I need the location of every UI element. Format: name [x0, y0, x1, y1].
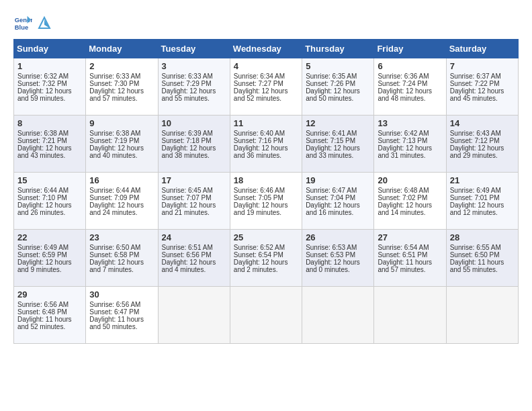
day-info: Daylight: 12 hours [306, 259, 370, 266]
day-info: Sunrise: 6:50 AM [89, 244, 154, 251]
calendar-cell: 30Sunrise: 6:56 AMSunset: 6:47 PMDayligh… [86, 287, 158, 344]
calendar-cell: 1Sunrise: 6:32 AMSunset: 7:32 PMDaylight… [14, 58, 86, 116]
col-thursday: Thursday [302, 40, 374, 58]
logo-arrow-icon [38, 16, 51, 30]
day-info: Sunset: 7:29 PM [162, 80, 226, 87]
day-info: Sunset: 6:51 PM [378, 251, 442, 259]
day-info: and 33 minutes. [306, 152, 370, 159]
day-info: Daylight: 12 hours [306, 87, 370, 95]
day-info: Daylight: 12 hours [450, 87, 515, 95]
day-info: Sunrise: 6:49 AM [17, 244, 82, 251]
day-info: and 52 minutes. [17, 323, 82, 330]
day-info: Sunrise: 6:39 AM [162, 130, 226, 137]
calendar-week-2: 8Sunrise: 6:38 AMSunset: 7:21 PMDaylight… [14, 116, 519, 173]
day-info: and 9 minutes. [17, 266, 82, 273]
day-info: and 7 minutes. [89, 266, 154, 273]
day-info: Daylight: 12 hours [450, 201, 515, 209]
day-info: Daylight: 12 hours [162, 87, 226, 95]
day-info: Sunset: 6:50 PM [450, 251, 515, 259]
day-info: Sunset: 7:21 PM [17, 137, 82, 144]
day-number: 26 [306, 232, 370, 242]
calendar-cell [302, 287, 374, 344]
calendar-cell: 19Sunrise: 6:47 AMSunset: 7:04 PMDayligh… [302, 173, 374, 230]
day-info: Sunset: 6:53 PM [306, 251, 370, 259]
calendar-cell: 29Sunrise: 6:56 AMSunset: 6:48 PMDayligh… [14, 287, 86, 344]
day-info: Sunset: 6:59 PM [17, 251, 82, 259]
col-monday: Monday [86, 40, 158, 58]
day-info: Sunset: 7:01 PM [450, 194, 515, 201]
day-info: and 2 minutes. [234, 266, 298, 273]
day-info: Sunrise: 6:54 AM [378, 244, 442, 251]
calendar-cell: 27Sunrise: 6:54 AMSunset: 6:51 PMDayligh… [374, 230, 446, 287]
calendar-cell: 17Sunrise: 6:45 AMSunset: 7:07 PMDayligh… [158, 173, 230, 230]
day-info: Sunrise: 6:33 AM [162, 73, 226, 80]
day-number: 21 [450, 175, 515, 185]
calendar-cell: 21Sunrise: 6:49 AMSunset: 7:01 PMDayligh… [446, 173, 518, 230]
day-number: 20 [378, 175, 442, 185]
logo-icon: General Blue [13, 13, 32, 32]
day-info: Daylight: 11 hours [378, 259, 442, 266]
logo: General Blue [13, 13, 51, 32]
day-info: Sunset: 6:58 PM [89, 251, 154, 259]
day-info: Daylight: 12 hours [89, 201, 154, 209]
day-info: Sunrise: 6:34 AM [234, 73, 298, 80]
day-info: Daylight: 12 hours [378, 87, 442, 95]
day-number: 22 [17, 232, 82, 242]
day-info: Sunset: 7:04 PM [306, 194, 370, 201]
day-info: and 50 minutes. [89, 323, 154, 330]
day-info: Sunrise: 6:40 AM [234, 130, 298, 137]
calendar-cell: 10Sunrise: 6:39 AMSunset: 7:18 PMDayligh… [158, 116, 230, 173]
calendar-week-4: 22Sunrise: 6:49 AMSunset: 6:59 PMDayligh… [14, 230, 519, 287]
day-info: Daylight: 12 hours [89, 259, 154, 266]
day-info: Sunset: 7:30 PM [89, 80, 154, 87]
day-info: and 31 minutes. [378, 152, 442, 159]
calendar-table: Sunday Monday Tuesday Wednesday Thursday… [13, 39, 519, 344]
day-info: Sunset: 6:56 PM [162, 251, 226, 259]
day-info: Daylight: 12 hours [17, 87, 82, 95]
calendar-cell: 26Sunrise: 6:53 AMSunset: 6:53 PMDayligh… [302, 230, 374, 287]
col-friday: Friday [374, 40, 446, 58]
day-number: 3 [162, 61, 226, 71]
day-info: Sunrise: 6:47 AM [306, 187, 370, 194]
day-info: and 59 minutes. [17, 95, 82, 102]
calendar-cell: 4Sunrise: 6:34 AMSunset: 7:27 PMDaylight… [230, 58, 302, 116]
day-info: Sunset: 6:54 PM [234, 251, 298, 259]
calendar-cell: 14Sunrise: 6:43 AMSunset: 7:12 PMDayligh… [446, 116, 518, 173]
day-info: Sunset: 7:12 PM [450, 137, 515, 144]
day-number: 19 [306, 175, 370, 185]
col-sunday: Sunday [14, 40, 86, 58]
day-info: Sunset: 7:10 PM [17, 194, 82, 201]
day-info: and 48 minutes. [378, 95, 442, 102]
calendar-cell [158, 287, 230, 344]
day-info: and 50 minutes. [306, 95, 370, 102]
day-info: and 55 minutes. [450, 266, 515, 273]
day-info: Sunset: 6:48 PM [17, 308, 82, 316]
day-info: Daylight: 12 hours [162, 201, 226, 209]
day-info: Sunset: 7:22 PM [450, 80, 515, 87]
day-info: Sunrise: 6:33 AM [89, 73, 154, 80]
day-number: 18 [234, 175, 298, 185]
day-info: and 4 minutes. [162, 266, 226, 273]
day-info: Sunset: 7:13 PM [378, 137, 442, 144]
day-info: Sunrise: 6:38 AM [17, 130, 82, 137]
calendar-cell [374, 287, 446, 344]
calendar-cell: 2Sunrise: 6:33 AMSunset: 7:30 PMDaylight… [86, 58, 158, 116]
day-info: Sunrise: 6:42 AM [378, 130, 442, 137]
day-info: Daylight: 12 hours [378, 201, 442, 209]
day-info: Daylight: 11 hours [89, 316, 154, 323]
day-info: and 26 minutes. [17, 209, 82, 216]
day-info: and 36 minutes. [234, 152, 298, 159]
day-info: and 57 minutes. [378, 266, 442, 273]
calendar-cell: 16Sunrise: 6:44 AMSunset: 7:09 PMDayligh… [86, 173, 158, 230]
day-info: Sunrise: 6:37 AM [450, 73, 515, 80]
day-info: Sunrise: 6:41 AM [306, 130, 370, 137]
day-info: Sunrise: 6:32 AM [17, 73, 82, 80]
day-info: Daylight: 12 hours [234, 144, 298, 152]
day-info: Sunrise: 6:43 AM [450, 130, 515, 137]
day-info: Sunset: 7:26 PM [306, 80, 370, 87]
day-info: Sunset: 7:16 PM [234, 137, 298, 144]
day-info: Daylight: 12 hours [17, 201, 82, 209]
day-info: Sunrise: 6:53 AM [306, 244, 370, 251]
day-info: Sunrise: 6:52 AM [234, 244, 298, 251]
day-info: and 55 minutes. [162, 95, 226, 102]
